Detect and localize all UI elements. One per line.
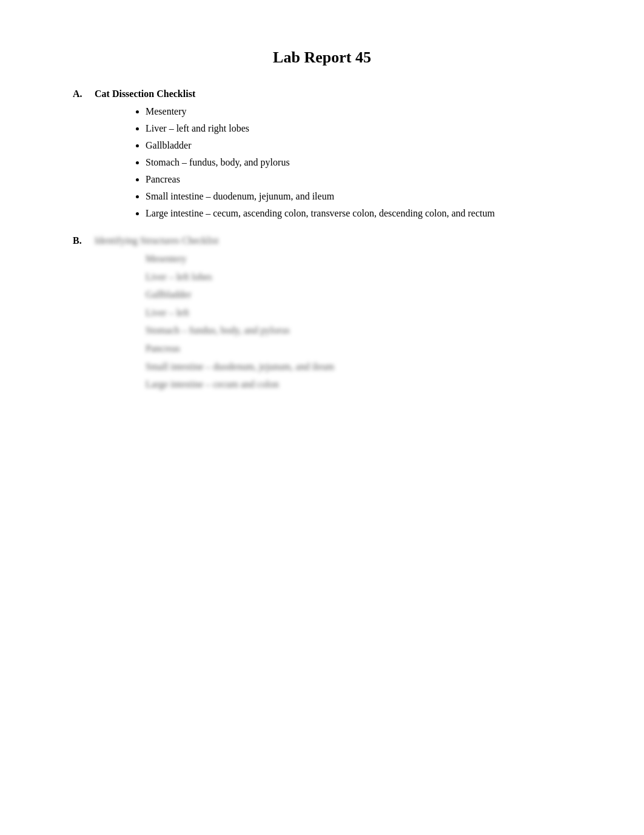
list-item: Small intestine – duodenum, jejunum, and… bbox=[146, 189, 571, 204]
list-item: Mesentery bbox=[146, 104, 571, 119]
list-item: Large intestine – cecum, ascending colon… bbox=[146, 206, 571, 221]
section-b-title: Identifying Structures Checklist bbox=[95, 235, 218, 246]
section-a: A. Cat Dissection Checklist Mesentery Li… bbox=[73, 89, 571, 221]
blurred-list-item: Large intestine – cecum and colon bbox=[146, 377, 571, 392]
blurred-list-item: Small intestine – duodenum, jejunum, and… bbox=[146, 359, 571, 375]
list-item: Pancreas bbox=[146, 172, 571, 187]
list-item: Gallbladder bbox=[146, 138, 571, 153]
section-a-title: Cat Dissection Checklist bbox=[95, 89, 195, 99]
blurred-list-item: Stomach – fundus, body, and pylorus bbox=[146, 323, 571, 338]
blurred-list-item: Liver – left lobes bbox=[146, 269, 571, 285]
section-b-content: Mesentery Liver – left lobes Gallbladder… bbox=[146, 251, 571, 392]
section-b-header: B. Identifying Structures Checklist bbox=[73, 235, 571, 246]
section-a-list: Mesentery Liver – left and right lobes G… bbox=[146, 104, 571, 221]
section-b-label: B. bbox=[73, 235, 90, 246]
section-a-header: A. Cat Dissection Checklist bbox=[73, 89, 571, 99]
blurred-list-item: Gallbladder bbox=[146, 287, 571, 303]
list-item: Stomach – fundus, body, and pylorus bbox=[146, 155, 571, 170]
blurred-list-item: Mesentery bbox=[146, 251, 571, 267]
blurred-list-item: Liver – left bbox=[146, 305, 571, 321]
blurred-list-item: Pancreas bbox=[146, 341, 571, 357]
page-title: Lab Report 45 bbox=[73, 49, 571, 67]
section-b: B. Identifying Structures Checklist Mese… bbox=[73, 235, 571, 392]
section-a-label: A. bbox=[73, 89, 90, 99]
list-item: Liver – left and right lobes bbox=[146, 121, 571, 136]
